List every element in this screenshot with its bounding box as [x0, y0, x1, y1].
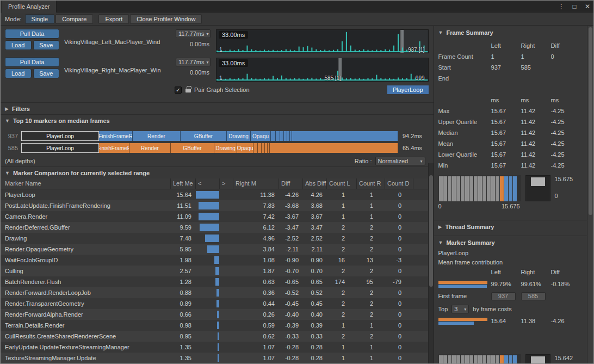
scale-dropdown-left[interactable]: 117.77ms▾ — [176, 29, 211, 38]
table-row[interactable]: PlayerLoop15.6411.38-4.264.26110 — [1, 189, 428, 200]
table-row[interactable]: Render.TransparentGeometry0.890.44-0.450… — [1, 298, 428, 309]
column-header[interactable]: Count L — [327, 178, 357, 189]
export-button[interactable]: Export — [98, 14, 129, 24]
load-button-left[interactable]: Load — [5, 40, 32, 50]
mode-single-button[interactable]: Single — [25, 14, 55, 24]
table-row[interactable]: RenderForwardAlpha.Render0.660.26-0.400.… — [1, 309, 428, 320]
marker-segment[interactable]: Opaqu — [237, 143, 253, 153]
table-row[interactable]: Camera.Render11.097.42-3.673.67110 — [1, 211, 428, 222]
table-row[interactable]: PostLateUpdate.FinishFrameRendering11.51… — [1, 200, 428, 211]
marker-segment[interactable]: Drawing — [214, 143, 237, 153]
table-row[interactable]: CullResults.CreateSharedRendererScene0.9… — [1, 331, 428, 342]
top-count-dropdown[interactable]: 3▾ — [451, 305, 469, 313]
diff-cell: -3.47 — [279, 222, 303, 233]
marker-segment[interactable]: FinishFrameR — [99, 131, 133, 141]
top-markers-foldout[interactable]: ▼ Top 10 markers on median frames — [1, 114, 434, 126]
marker-summary-foldout[interactable]: ▼ Marker Summary — [434, 236, 587, 248]
marker-segment[interactable] — [271, 131, 276, 141]
marker-segment[interactable] — [253, 143, 258, 153]
marker-segment[interactable]: Render — [129, 143, 171, 153]
left-ms-cell: 9.59 — [171, 222, 196, 233]
column-header[interactable]: < — [196, 178, 220, 189]
column-header[interactable]: Right M — [233, 178, 279, 189]
left-ms-cell: 2.57 — [171, 266, 196, 276]
pull-data-button-left[interactable]: Pull Data — [5, 29, 59, 39]
frame-summary-foldout[interactable]: ▼ Frame Summary — [434, 26, 587, 38]
left-diff-bar-cell — [196, 353, 220, 363]
marker-segment[interactable] — [292, 131, 398, 141]
frame-summary-row: Start937585 — [438, 62, 587, 73]
first-frame-right-button[interactable]: 585 — [521, 292, 546, 300]
top-markers-row[interactable]: 937PlayerLoopFinishFrameRRenderGBufferDr… — [1, 131, 434, 141]
mode-compare-button[interactable]: Compare — [55, 14, 93, 24]
histogram-bar — [443, 176, 447, 201]
table-row[interactable]: BatchRenderer.Flush1.280.63-0.650.651749… — [1, 276, 428, 287]
stat-diff-value — [551, 84, 587, 95]
tab-profile-analyzer[interactable]: Profile Analyzer — [2, 1, 57, 13]
marker-segment[interactable] — [270, 143, 398, 153]
column-header[interactable]: > — [220, 178, 233, 189]
marker-segment[interactable] — [280, 131, 284, 141]
marker-segment[interactable] — [258, 143, 262, 153]
marker-segment[interactable]: FinishFrameR — [99, 143, 129, 153]
chevron-down-icon: ▾ — [420, 159, 423, 164]
marker-segment[interactable]: Opaqu — [251, 131, 271, 141]
top-markers-row[interactable]: 585PlayerLoopFinishFrameRRenderGBufferDr… — [1, 143, 434, 153]
table-row[interactable]: Terrain.Details.Render0.980.59-0.390.391… — [1, 320, 428, 331]
column-header[interactable]: Marker Name — [1, 178, 171, 189]
marker-segment[interactable]: PlayerLoop — [21, 131, 99, 141]
maximize-icon[interactable]: □ — [571, 3, 578, 10]
scrollbar-thumb[interactable] — [589, 27, 592, 215]
foldout-open-icon: ▼ — [438, 30, 443, 35]
frame-time-graph-left[interactable]: 33.00ms 1 937 [1] — [216, 29, 429, 53]
marker-segment[interactable]: Render — [133, 131, 181, 141]
load-button-right[interactable]: Load — [5, 69, 32, 78]
save-button-left[interactable]: Save — [33, 40, 60, 50]
pull-data-button-right[interactable]: Pull Data — [5, 57, 59, 67]
ratio-dropdown[interactable]: Normalized▾ — [375, 157, 425, 165]
table-row[interactable]: EarlyUpdate.UpdateTextureStreamingManage… — [1, 342, 428, 353]
right-ms-cell: 1.08 — [233, 255, 279, 266]
table-row[interactable]: Drawing7.484.96-2.522.52220 — [1, 233, 428, 244]
table-scrollbar-thumb[interactable] — [429, 175, 433, 287]
table-row[interactable]: Render.OpaqueGeometry5.953.84-2.112.1122… — [1, 244, 428, 255]
count-left-cell: 1 — [327, 200, 357, 211]
column-header[interactable]: Count D — [385, 178, 413, 189]
menu-icon[interactable]: ⋮ — [558, 3, 565, 10]
table-row[interactable]: RenderForward.RenderLoopJob0.880.36-0.52… — [1, 287, 428, 298]
table-row[interactable]: RenderDeferred.GBuffer9.596.12-3.473.472… — [1, 222, 428, 233]
histogram-bar — [461, 355, 465, 363]
marker-segment[interactable]: Drawing — [227, 131, 251, 141]
first-frame-left-button[interactable]: 937 — [491, 292, 516, 300]
marker-segment[interactable]: PlayerLoop — [21, 143, 99, 153]
table-row[interactable]: WaitForJobGroupID1.981.08-0.900.901613-3 — [1, 255, 428, 266]
count-right-cell: 1 — [357, 211, 385, 222]
selected-marker-chip[interactable]: PlayerLoop — [387, 85, 429, 94]
pair-graph-selection-checkbox[interactable]: ✓ — [175, 87, 182, 94]
save-button-right[interactable]: Save — [33, 69, 60, 78]
scale-dropdown-right[interactable]: 117.77ms▾ — [176, 58, 211, 66]
table-scrollbar[interactable] — [428, 163, 434, 363]
marker-segment[interactable]: GBuffer — [171, 143, 214, 153]
column-header[interactable]: Left Me — [171, 178, 196, 189]
thread-summary-foldout[interactable]: ▶ Thread Summary — [434, 220, 587, 232]
table-row[interactable]: TextureStreamingManager.Update1.351.07-0… — [1, 353, 428, 363]
column-header[interactable]: Count R — [357, 178, 385, 189]
column-header[interactable]: Diff — [279, 178, 303, 189]
frame-time-graph-right[interactable]: 33.00ms 1 585 [1] 999 — [216, 58, 429, 82]
vertical-scrollbar[interactable] — [587, 26, 593, 363]
histogram-bar — [482, 355, 486, 363]
column-header[interactable]: Abs Diff — [303, 178, 327, 189]
marker-segment[interactable] — [276, 131, 280, 141]
marker-comparison-foldout[interactable]: ▼ Marker Comparison for currently select… — [1, 166, 434, 178]
diff-cell: -0.39 — [279, 320, 303, 331]
close-icon[interactable]: ✕ — [584, 3, 591, 10]
marker-name-cell: PlayerLoop — [1, 189, 171, 200]
close-profiler-window-button[interactable]: Close Profiler Window — [130, 14, 202, 24]
filters-foldout[interactable]: ▶ Filters — [1, 102, 434, 114]
table-row[interactable]: Culling2.571.87-0.700.70220 — [1, 266, 428, 276]
cost-left: 15.64 — [491, 318, 521, 324]
count-right-cell: 1 — [357, 189, 385, 200]
marker-segment[interactable]: GBuffer — [181, 131, 227, 141]
stat-right-value: ms — [521, 95, 551, 106]
